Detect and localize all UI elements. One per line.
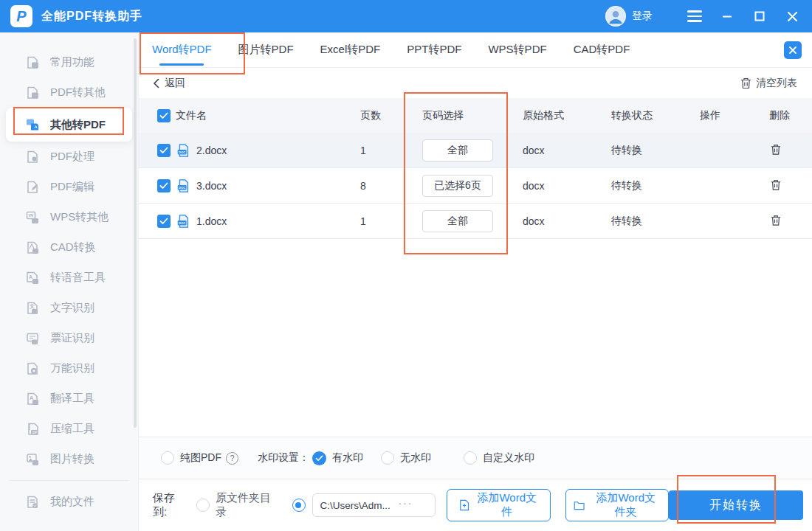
pure-image-pdf-radio[interactable]: [161, 451, 174, 465]
save-original-folder-radio[interactable]: [196, 499, 210, 512]
sidebar-item-invoice-ocr[interactable]: 票证识别: [0, 323, 138, 353]
sidebar-item-label: CAD转换: [50, 240, 96, 254]
title-bar: P 全能PDF转换助手 登录: [0, 0, 812, 32]
no-watermark-label: 无水印: [400, 451, 431, 465]
custom-watermark-radio[interactable]: [464, 451, 477, 465]
minimize-button[interactable]: [718, 7, 737, 26]
save-custom-path-radio[interactable]: [292, 499, 306, 512]
sidebar-item-universal-ocr[interactable]: 万能识别: [0, 353, 138, 384]
maximize-icon: [754, 11, 765, 21]
sidebar-item-label: 我的文件: [50, 495, 94, 509]
tab-excel-to-pdf[interactable]: Excel转PDF: [307, 32, 394, 67]
add-file-icon: [459, 499, 469, 512]
panel-close-button[interactable]: [784, 41, 802, 59]
page-select-button[interactable]: 全部: [422, 139, 493, 162]
table-header: 文件名 页数 页码选择 原始格式 转换状态 操作 删除: [139, 98, 812, 133]
row-checkbox[interactable]: [157, 215, 171, 228]
select-all-checkbox[interactable]: [157, 109, 171, 122]
delete-row-button[interactable]: [769, 142, 782, 157]
pdf-edit-icon: [25, 180, 40, 195]
sidebar-item-my-files[interactable]: 我的文件: [0, 487, 138, 517]
tab-word-to-pdf[interactable]: Word转PDF: [139, 32, 225, 67]
tab-ppt-to-pdf[interactable]: PPT转PDF: [393, 32, 475, 67]
wps-to-other-icon: [25, 210, 40, 225]
watermark-settings-label: 水印设置：: [258, 451, 309, 465]
bottom-bar: 保存到: 原文件夹目录 ··· 添加Word文件 添加Word文件夹 开始转换: [139, 479, 812, 531]
header-page-select: 页码选择: [412, 109, 523, 122]
source-format: docx: [523, 145, 611, 156]
row-checkbox[interactable]: [157, 179, 171, 192]
cad-convert-icon: [25, 240, 40, 255]
back-button[interactable]: 返回: [153, 77, 185, 90]
save-path-input[interactable]: [313, 500, 396, 511]
custom-watermark-label: 自定义水印: [483, 451, 534, 465]
sidebar-item-pdf-process[interactable]: PDF处理: [0, 142, 138, 172]
back-label: 返回: [165, 77, 185, 90]
page-select-button[interactable]: 全部: [422, 210, 493, 232]
help-icon[interactable]: ?: [226, 452, 238, 465]
header-action: 操作: [700, 109, 766, 122]
browse-path-button[interactable]: ···: [396, 497, 419, 513]
sidebar-item-to-speech[interactable]: A 转语音工具: [0, 263, 138, 293]
delete-row-button[interactable]: [769, 178, 782, 192]
page-select-button[interactable]: 已选择6页: [422, 175, 493, 197]
save-original-folder-label: 原文件夹目录: [216, 491, 282, 519]
page-count: 8: [345, 180, 412, 192]
sidebar-item-other-to-pdf[interactable]: 其他转PDF: [6, 108, 132, 142]
chevron-left-icon: [153, 78, 159, 88]
sidebar-item-label: PDF转其他: [50, 86, 106, 100]
page-count: 1: [345, 215, 412, 227]
close-button[interactable]: [782, 7, 802, 26]
delete-row-button[interactable]: [769, 213, 782, 228]
sidebar-item-common-tools[interactable]: 常用功能: [0, 47, 138, 77]
tab-cad-to-pdf[interactable]: CAD转PDF: [560, 32, 644, 67]
with-watermark-label: 有水印: [332, 451, 363, 465]
sidebar-item-compress[interactable]: ZIP 压缩工具: [0, 414, 138, 444]
sidebar-item-label: 压缩工具: [50, 422, 94, 436]
sidebar-item-pdf-to-other[interactable]: PDF转其他: [0, 77, 138, 108]
sidebar-item-label: 文字识别: [50, 301, 94, 315]
minimize-icon: [721, 10, 733, 22]
convert-status: 待转换: [611, 215, 700, 228]
svg-text:A: A: [29, 274, 32, 280]
sidebar-item-translate[interactable]: A 翻译工具: [0, 384, 138, 414]
add-word-folder-button[interactable]: 添加Word文件夹: [565, 489, 668, 521]
translate-icon: A: [25, 392, 40, 406]
sidebar-item-label: WPS转其他: [50, 210, 109, 224]
sidebar-item-wps-to-other[interactable]: WPS转其他: [0, 202, 138, 232]
header-delete: 删除: [766, 109, 812, 122]
text-ocr-icon: 文: [25, 301, 40, 316]
file-name: 2.docx: [196, 145, 227, 156]
trash-icon: [771, 179, 781, 191]
close-icon: [787, 11, 798, 22]
trash-icon: [771, 144, 781, 156]
clear-list-button[interactable]: 清空列表: [740, 77, 797, 90]
check-icon: [159, 218, 168, 225]
maximize-button[interactable]: [750, 7, 769, 26]
sidebar-item-label: 票证识别: [50, 331, 94, 345]
docx-file-icon: DOC: [176, 178, 190, 194]
sidebar-item-label: 常用功能: [50, 55, 94, 69]
sidebar-item-text-ocr[interactable]: 文 文字识别: [0, 293, 138, 323]
sidebar-item-cad-convert[interactable]: CAD转换: [0, 232, 138, 263]
svg-text:DOC: DOC: [179, 150, 185, 153]
menu-button[interactable]: [685, 7, 704, 26]
list-toolbar: 返回 清空列表: [139, 68, 812, 98]
tab-wps-to-pdf[interactable]: WPS转PDF: [475, 32, 560, 67]
login-button[interactable]: 登录: [632, 10, 653, 23]
avatar[interactable]: [605, 6, 626, 27]
sidebar-item-pdf-edit[interactable]: PDF编辑: [0, 172, 138, 202]
sidebar-scrollbar[interactable]: [134, 38, 137, 428]
sidebar-item-image-convert[interactable]: 图片转换: [0, 444, 138, 474]
add-word-folder-label: 添加Word文件夹: [591, 491, 661, 519]
app-title: 全能PDF转换助手: [41, 9, 142, 24]
tab-image-to-pdf[interactable]: 图片转PDF: [225, 32, 307, 67]
no-watermark-radio[interactable]: [381, 451, 394, 465]
add-word-file-button[interactable]: 添加Word文件: [447, 489, 551, 521]
page-count: 1: [345, 145, 412, 156]
header-format: 原始格式: [523, 109, 611, 122]
start-convert-button[interactable]: 开始转换: [669, 490, 803, 520]
with-watermark-radio[interactable]: [312, 451, 326, 465]
user-avatar-icon: [606, 6, 625, 27]
row-checkbox[interactable]: [157, 144, 171, 157]
